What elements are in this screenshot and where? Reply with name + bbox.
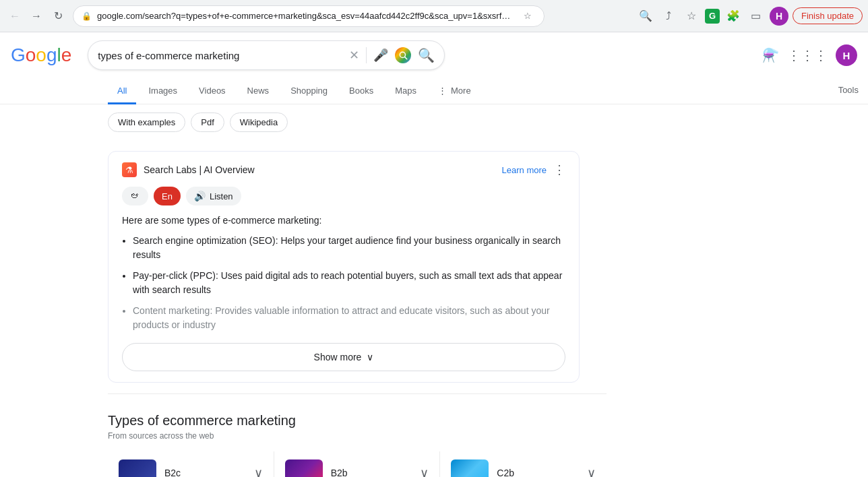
language-te-button[interactable]: ఆ bbox=[122, 187, 148, 205]
extensions-icon[interactable]: 🧩 bbox=[724, 7, 743, 26]
language-en-button[interactable]: En bbox=[154, 187, 181, 205]
logo-e: e bbox=[61, 44, 72, 66]
card-label-c2b: C2b bbox=[497, 468, 579, 477]
listen-label: Listen bbox=[210, 191, 233, 201]
expand-icon-b2c: ∨ bbox=[254, 466, 263, 477]
search-icon[interactable]: 🔍 bbox=[636, 7, 655, 26]
clear-search-icon[interactable]: ✕ bbox=[349, 48, 359, 63]
tab-news[interactable]: News bbox=[238, 79, 279, 104]
expand-icon-b2b: ∨ bbox=[420, 466, 429, 477]
address-url: google.com/search?q=types+of+e-commerce+… bbox=[97, 11, 514, 21]
te-lang-label: ఆ bbox=[130, 191, 140, 201]
chip-wikipedia[interactable]: Wikipedia bbox=[230, 113, 288, 132]
search-bar-divider bbox=[366, 47, 367, 63]
search-bar-container: types of e-commerce marketing ✕ 🎤 🔍 bbox=[88, 40, 445, 70]
grammarly-extension-icon[interactable]: G bbox=[705, 9, 720, 24]
sidebar-toggle-icon[interactable]: ▭ bbox=[747, 7, 766, 26]
ai-list: Search engine optimization (SEO): Helps … bbox=[122, 234, 565, 332]
finish-update-button[interactable]: Finish update bbox=[793, 7, 863, 24]
logo-g: G bbox=[11, 44, 26, 66]
ai-overview-title: ⚗ Search Labs | AI Overview bbox=[122, 162, 255, 177]
ai-header-right: Learn more ⋮ bbox=[502, 162, 565, 177]
tab-videos-label: Videos bbox=[199, 86, 226, 96]
browser-chrome: ← → ↻ 🔒 google.com/search?q=types+of+e-c… bbox=[0, 0, 868, 32]
user-avatar-chrome[interactable]: H bbox=[770, 7, 788, 26]
ai-list-item-1: Search engine optimization (SEO): Helps … bbox=[133, 234, 565, 262]
search-submit-button[interactable]: 🔍 bbox=[418, 47, 435, 63]
ai-flask-icon: ⚗ bbox=[122, 162, 137, 177]
reload-button[interactable]: ↻ bbox=[49, 7, 67, 26]
labs-flask-icon[interactable]: ⚗️ bbox=[762, 47, 779, 63]
search-input-text: types of e-commerce marketing bbox=[98, 50, 342, 61]
card-label-b2c: B2c bbox=[164, 468, 246, 477]
forward-button[interactable]: → bbox=[27, 7, 46, 26]
search-bar[interactable]: types of e-commerce marketing ✕ 🎤 🔍 bbox=[88, 40, 445, 70]
share-icon[interactable]: ⤴ bbox=[659, 7, 678, 26]
ai-list-item-3: Content marketing: Provides valuable inf… bbox=[133, 304, 565, 332]
expand-icon-c2b: ∨ bbox=[587, 466, 596, 477]
card-b2b[interactable]: B2b ∨ bbox=[274, 451, 441, 477]
star-icon[interactable]: ☆ bbox=[682, 7, 701, 26]
search-tabs: All Images Videos News Shopping Books Ma… bbox=[0, 78, 868, 104]
show-more-button[interactable]: Show more ∨ bbox=[122, 343, 565, 371]
google-lens-icon[interactable] bbox=[395, 47, 411, 63]
tab-maps-label: Maps bbox=[395, 86, 416, 96]
address-bar[interactable]: 🔒 google.com/search?q=types+of+e-commerc… bbox=[73, 5, 545, 27]
tab-shopping[interactable]: Shopping bbox=[281, 79, 337, 104]
card-label-b2b: B2b bbox=[331, 468, 412, 477]
card-b2c[interactable]: B2c ∨ bbox=[108, 451, 274, 477]
tools-button[interactable]: Tools bbox=[829, 78, 868, 104]
card-thumbnail-b2c bbox=[119, 459, 156, 477]
bookmark-icon[interactable]: ☆ bbox=[520, 8, 536, 24]
ai-overview-title-text: Search Labs | AI Overview bbox=[144, 164, 255, 175]
back-button[interactable]: ← bbox=[5, 7, 24, 26]
chip-with-examples[interactable]: With examples bbox=[108, 113, 185, 132]
card-thumbnail-b2b bbox=[285, 459, 323, 477]
tab-more[interactable]: ⋮ More bbox=[429, 79, 480, 104]
tab-all-label: All bbox=[117, 86, 127, 96]
logo-g2: g bbox=[46, 44, 57, 66]
ai-controls: ఆ En 🔊 Listen bbox=[122, 187, 565, 205]
user-avatar[interactable]: H bbox=[836, 44, 857, 66]
section-divider bbox=[108, 393, 607, 394]
tab-news-label: News bbox=[247, 86, 270, 96]
tab-images-label: Images bbox=[148, 86, 177, 96]
tab-more-label: More bbox=[451, 86, 471, 96]
svg-line-1 bbox=[405, 57, 407, 59]
tab-books-label: Books bbox=[349, 86, 373, 96]
en-lang-label: En bbox=[162, 191, 173, 201]
section-title: Types of ecommerce marketing bbox=[108, 413, 607, 428]
ai-list-item-2: Pay-per-click (PPC): Uses paid digital a… bbox=[133, 269, 565, 297]
tab-maps[interactable]: Maps bbox=[385, 79, 426, 104]
tab-all[interactable]: All bbox=[108, 79, 136, 104]
ai-overview-header: ⚗ Search Labs | AI Overview Learn more ⋮ bbox=[122, 162, 565, 177]
header-right: ⚗️ ⋮⋮⋮ H bbox=[762, 44, 857, 66]
logo-o2: o bbox=[36, 44, 46, 66]
voice-search-icon[interactable]: 🎤 bbox=[373, 48, 388, 63]
tab-images[interactable]: Images bbox=[139, 79, 187, 104]
google-apps-icon[interactable]: ⋮⋮⋮ bbox=[787, 47, 828, 63]
ecommerce-section: Types of ecommerce marketing From source… bbox=[108, 402, 607, 477]
speaker-icon: 🔊 bbox=[194, 191, 206, 201]
show-more-label: Show more bbox=[314, 352, 362, 362]
filter-chips: With examples Pdf Wikipedia bbox=[0, 104, 868, 140]
main-content: ⚗ Search Labs | AI Overview Learn more ⋮… bbox=[0, 151, 607, 477]
tab-videos[interactable]: Videos bbox=[189, 79, 235, 104]
nav-buttons: ← → ↻ bbox=[5, 7, 67, 26]
logo-o1: o bbox=[26, 44, 36, 66]
card-c2b[interactable]: C2b ∨ bbox=[440, 451, 607, 477]
card-grid: B2c ∨ B2b ∨ C2b ∨ C2c ∨ Email marketi bbox=[108, 451, 607, 477]
chip-pdf[interactable]: Pdf bbox=[191, 113, 224, 132]
tab-shopping-label: Shopping bbox=[290, 86, 328, 96]
more-options-button[interactable]: ⋮ bbox=[553, 162, 565, 177]
google-logo[interactable]: Google bbox=[11, 44, 71, 66]
lock-icon: 🔒 bbox=[82, 11, 92, 21]
tab-books[interactable]: Books bbox=[340, 79, 383, 104]
more-icon: ⋮ bbox=[438, 86, 447, 96]
ai-overview-box: ⚗ Search Labs | AI Overview Learn more ⋮… bbox=[108, 151, 580, 383]
browser-actions: 🔍 ⤴ ☆ G 🧩 ▭ H Finish update bbox=[636, 7, 863, 26]
listen-button[interactable]: 🔊 Listen bbox=[186, 187, 241, 205]
google-header: Google types of e-commerce marketing ✕ 🎤… bbox=[0, 32, 868, 78]
learn-more-link[interactable]: Learn more bbox=[502, 165, 547, 175]
ai-intro-text: Here are some types of e-commerce market… bbox=[122, 215, 565, 226]
